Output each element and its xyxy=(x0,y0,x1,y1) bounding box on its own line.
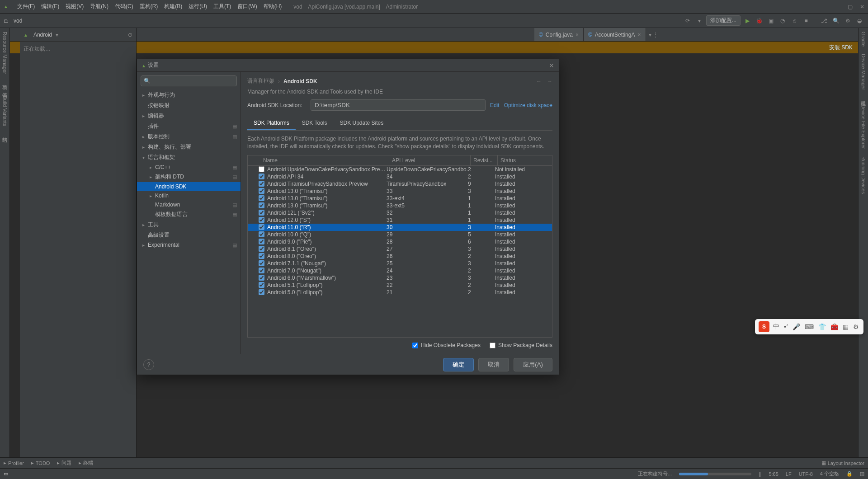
bottom-tab[interactable]: ▸Profiler xyxy=(4,460,24,466)
tree-item[interactable]: ▸版本控制▤ xyxy=(137,131,241,142)
search-icon[interactable]: 🔍 xyxy=(831,18,841,24)
ime-tool-icon[interactable]: 🧰 xyxy=(830,323,839,330)
hide-obsolete-checkbox[interactable]: Hide Obsolete Packages xyxy=(412,342,481,348)
indent[interactable]: 4 个空格 xyxy=(820,470,839,477)
tree-item[interactable]: 模板数据语言▤ xyxy=(137,209,241,220)
sdk-checkbox[interactable] xyxy=(259,217,264,223)
sdk-checkbox[interactable] xyxy=(259,195,264,201)
sdk-checkbox[interactable] xyxy=(259,202,264,208)
close-icon[interactable]: ✕ xyxy=(860,4,864,10)
col-rev[interactable]: Revisi... xyxy=(471,155,498,165)
sdk-checkbox[interactable] xyxy=(259,210,264,216)
right-tab[interactable]: Device File Explorer xyxy=(860,101,867,152)
git-icon[interactable]: ⎇ xyxy=(819,18,829,24)
history-back-icon[interactable]: ← xyxy=(536,78,542,85)
sdk-row[interactable]: Android 11.0 ("R")303Installed xyxy=(248,224,552,231)
sdk-row[interactable]: Android 10.0 ("Q")295Installed xyxy=(248,231,552,238)
sdk-row[interactable]: Android 12L ("Sv2")321Installed xyxy=(248,209,552,216)
sdk-row[interactable]: Android 9.0 ("Pie")286Installed xyxy=(248,238,552,245)
sdk-subtab[interactable]: SDK Update Sites xyxy=(334,117,390,130)
menu-构建(B)[interactable]: 构建(B) xyxy=(161,2,185,11)
tree-item[interactable]: ▸外观与行为 xyxy=(137,90,241,100)
show-details-checkbox[interactable]: Show Package Details xyxy=(490,342,552,348)
optimize-disk-link[interactable]: Optimize disk space xyxy=(504,102,552,108)
dropdown-icon[interactable]: ▾ xyxy=(694,18,704,24)
history-forward-icon[interactable]: → xyxy=(547,78,552,85)
tree-item[interactable]: 高级设置 xyxy=(137,230,241,240)
sdk-row[interactable]: Android 12.0 ("S")311Installed xyxy=(248,216,552,224)
menu-文件(F)[interactable]: 文件(F) xyxy=(14,2,38,11)
left-tab[interactable]: 结构 xyxy=(0,130,9,137)
sdk-row[interactable]: Android 8.1 ("Oreo")273Installed xyxy=(248,245,552,253)
debug-icon[interactable]: 🐞 xyxy=(754,18,764,24)
left-tab[interactable]: 项目 xyxy=(0,78,9,85)
tree-item[interactable]: ▸C/C++▤ xyxy=(137,163,241,172)
right-tab[interactable]: Device Manager xyxy=(860,50,867,94)
project-variant[interactable]: Android xyxy=(33,32,52,38)
right-tab[interactable]: Running Devices xyxy=(860,153,867,197)
menu-重构(R)[interactable]: 重构(R) xyxy=(137,2,161,11)
sdk-location-input[interactable] xyxy=(311,99,486,111)
sdk-row[interactable]: Android API 34342Installed xyxy=(248,173,552,180)
maximize-icon[interactable]: ▢ xyxy=(848,4,853,10)
col-name[interactable]: Name xyxy=(248,155,389,165)
sdk-checkbox[interactable] xyxy=(259,181,264,187)
run-icon[interactable]: ▶ xyxy=(742,18,752,24)
tool-gear-icon[interactable]: ⊙ xyxy=(128,32,132,38)
tree-item[interactable]: ▸构建、执行、部署 xyxy=(137,142,241,152)
apply-button[interactable]: 应用(A) xyxy=(514,358,552,371)
sdk-checkbox[interactable] xyxy=(259,275,264,281)
ime-grid-icon[interactable]: ▦ xyxy=(842,323,849,330)
tree-item[interactable]: ▸Kotlin xyxy=(137,191,241,200)
ime-punct-icon[interactable]: •ʼ xyxy=(783,323,789,330)
menu-窗口(W)[interactable]: 窗口(W) xyxy=(235,2,259,11)
tabs-more-icon[interactable]: ▾ ⋮ xyxy=(646,28,661,41)
col-api[interactable]: API Level xyxy=(389,155,471,165)
right-tab[interactable]: 模拟器 xyxy=(859,94,868,101)
tree-item[interactable]: Android SDK xyxy=(137,182,241,191)
menu-帮助(H)[interactable]: 帮助(H) xyxy=(261,2,285,11)
sdk-checkbox[interactable] xyxy=(259,239,264,244)
tree-item[interactable]: Markdown▤ xyxy=(137,200,241,209)
sdk-checkbox[interactable] xyxy=(259,231,264,237)
sdk-row[interactable]: Android UpsideDownCakePrivacySandbox Pre… xyxy=(248,166,552,173)
dialog-close-icon[interactable]: ✕ xyxy=(549,62,554,69)
sdk-checkbox[interactable] xyxy=(259,174,264,179)
ime-mic-icon[interactable]: 🎤 xyxy=(792,323,801,330)
sdk-row[interactable]: Android 7.1.1 ("Nougat")253Installed xyxy=(248,260,552,267)
bottom-tab[interactable]: ▸TODO xyxy=(31,460,50,466)
encoding[interactable]: UTF-8 xyxy=(799,471,813,477)
hide-obsolete-input[interactable] xyxy=(412,343,418,348)
sdk-subtab[interactable]: SDK Platforms xyxy=(247,117,296,130)
sdk-checkbox[interactable] xyxy=(259,253,264,259)
sdk-checkbox[interactable] xyxy=(259,188,264,194)
sdk-row[interactable]: Android 7.0 ("Nougat")242Installed xyxy=(248,267,552,274)
caret-pos[interactable]: 5:65 xyxy=(769,471,778,477)
left-tab[interactable]: Resource Manager xyxy=(1,28,9,78)
sdk-row[interactable]: Android 5.1 ("Lollipop")222Installed xyxy=(248,282,552,289)
readonly-icon[interactable]: 🔒 xyxy=(846,471,853,477)
sdk-checkbox[interactable] xyxy=(259,282,264,288)
sdk-checkbox[interactable] xyxy=(259,246,264,252)
tree-item[interactable]: ▸工具 xyxy=(137,220,241,230)
attach-icon[interactable]: ⎋ xyxy=(789,18,799,24)
run-config-selector[interactable]: 添加配置... xyxy=(706,15,741,26)
menu-视图(V)[interactable]: 视图(V) xyxy=(63,2,86,11)
sdk-row[interactable]: Android 13.0 ("Tiramisu")33-ext51Install… xyxy=(248,202,552,209)
ime-keyboard-icon[interactable]: ⌨ xyxy=(804,323,815,330)
tree-item[interactable]: ▸编辑器 xyxy=(137,111,241,121)
tree-item[interactable]: ▸架构和 DTD▤ xyxy=(137,172,241,182)
editor-tab[interactable]: ©Config.java× xyxy=(534,28,584,41)
profile-icon[interactable]: ◔ xyxy=(778,18,788,24)
cancel-button[interactable]: 取消 xyxy=(478,358,509,371)
memory-icon[interactable]: ▥ xyxy=(860,471,864,477)
bottom-tab[interactable]: ▸终端 xyxy=(79,460,93,466)
minimize-icon[interactable]: — xyxy=(835,4,840,10)
tab-close-icon[interactable]: × xyxy=(637,32,641,38)
chevron-down-icon[interactable]: ▾ xyxy=(56,32,58,38)
menu-编辑(E)[interactable]: 编辑(E) xyxy=(38,2,62,11)
settings-icon[interactable]: ⚙ xyxy=(843,18,853,24)
left-tab[interactable]: 书签 xyxy=(0,85,9,92)
sdk-subtab[interactable]: SDK Tools xyxy=(296,117,334,130)
sdk-row[interactable]: Android 5.0 ("Lollipop")212Installed xyxy=(248,289,552,296)
